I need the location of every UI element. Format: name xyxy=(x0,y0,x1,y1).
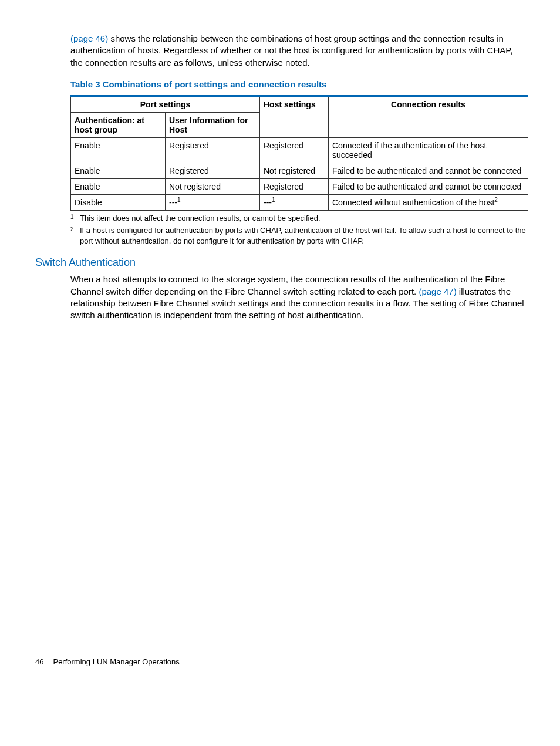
intro-paragraph: (page 46) shows the relationship between… xyxy=(35,33,525,69)
table-row: Enable Not registered Registered Failed … xyxy=(71,178,528,194)
section-heading: Switch Authentication xyxy=(35,256,525,269)
footnote-1: 1 This item does not affect the connecti… xyxy=(70,213,528,224)
cell-auth: Enable xyxy=(71,178,166,194)
cell-auth: Enable xyxy=(71,137,166,163)
th-auth: Authentication: at host group xyxy=(71,112,166,137)
th-host-settings: Host settings xyxy=(260,96,329,137)
cell-conn: Connected without authentication of the … xyxy=(329,194,528,210)
section-link[interactable]: (page 47) xyxy=(419,286,456,296)
cell-host: Not registered xyxy=(260,163,329,178)
cell-host: Registered xyxy=(260,178,329,194)
page-footer: 46Performing LUN Manager Operations xyxy=(35,657,180,666)
footer-title: Performing LUN Manager Operations xyxy=(53,657,179,666)
section-paragraph: When a host attempts to connect to the s… xyxy=(35,274,525,321)
intro-link[interactable]: (page 46) xyxy=(70,33,108,43)
table-row: Enable Registered Registered Connected i… xyxy=(71,137,528,163)
footnotes: 1 This item does not affect the connecti… xyxy=(70,213,528,247)
cell-user: Registered xyxy=(166,163,260,178)
cell-user: Registered xyxy=(166,137,260,163)
cell-host: ---1 xyxy=(260,194,329,210)
cell-conn: Failed to be authenticated and cannot be… xyxy=(329,163,528,178)
table-caption: Table 3 Combinations of port settings an… xyxy=(35,79,525,89)
settings-table: Port settings Host settings Connection r… xyxy=(70,95,528,211)
th-connection-results: Connection results xyxy=(329,96,528,137)
footnote-number: 2 xyxy=(70,225,79,246)
cell-conn: Connected if the authentication of the h… xyxy=(329,137,528,163)
cell-user: Not registered xyxy=(166,178,260,194)
th-port-settings: Port settings xyxy=(71,96,260,112)
footnote-text: If a host is configured for authenticati… xyxy=(79,225,528,246)
th-user-info: User Information for Host xyxy=(166,112,260,137)
cell-conn: Failed to be authenticated and cannot be… xyxy=(329,178,528,194)
cell-user: ---1 xyxy=(166,194,260,210)
footnote-2: 2 If a host is configured for authentica… xyxy=(70,225,528,246)
cell-auth: Disable xyxy=(71,194,166,210)
footnote-number: 1 xyxy=(70,213,79,224)
table-row: Enable Registered Not registered Failed … xyxy=(71,163,528,178)
table-row: Disable ---1 ---1 Connected without auth… xyxy=(71,194,528,210)
cell-auth: Enable xyxy=(71,163,166,178)
cell-host: Registered xyxy=(260,137,329,163)
footnote-text: This item does not affect the connection… xyxy=(79,213,528,224)
intro-text: shows the relationship between the combi… xyxy=(70,33,513,67)
page-number: 46 xyxy=(35,657,43,666)
